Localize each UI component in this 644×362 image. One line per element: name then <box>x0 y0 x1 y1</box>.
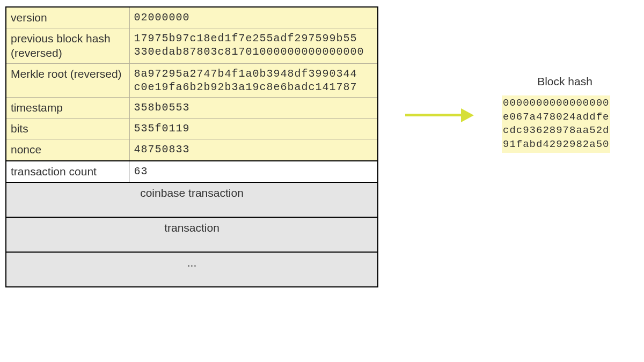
row-merkle-root: Merkle root (reversed) 8a97295a2747b4f1a… <box>6 63 378 97</box>
block-hash-title: Block hash <box>502 75 628 88</box>
label-prev-hash: previous block hash (reversed) <box>6 28 129 64</box>
transaction-ellipsis-label: ... <box>6 252 378 287</box>
row-nonce: nonce 48750833 <box>6 139 378 161</box>
value-version: 02000000 <box>129 7 378 28</box>
label-bits: bits <box>6 119 129 139</box>
row-tx-count: transaction count 63 <box>6 161 378 182</box>
coinbase-transaction-label: coinbase transaction <box>6 182 378 217</box>
label-version: version <box>6 7 129 28</box>
value-prev-hash: 17975b97c18ed1f7e255adf297599b55 330edab… <box>129 28 378 64</box>
value-timestamp: 358b0553 <box>129 97 378 118</box>
row-version: version 02000000 <box>6 7 378 28</box>
block-structure-table: version 02000000 previous block hash (re… <box>5 6 378 287</box>
row-timestamp: timestamp 358b0553 <box>6 97 378 118</box>
arrow-icon <box>405 107 475 123</box>
row-prev-hash: previous block hash (reversed) 17975b97c… <box>6 28 378 64</box>
row-transaction-ellipsis: ... <box>6 252 378 287</box>
value-tx-count: 63 <box>129 161 378 182</box>
value-bits: 535f0119 <box>129 119 378 139</box>
block-hash-value: 0000000000000000 e067a478024addfe cdc936… <box>502 95 610 153</box>
label-merkle-root: Merkle root (reversed) <box>6 63 129 97</box>
row-bits: bits 535f0119 <box>6 119 378 139</box>
transaction-label: transaction <box>6 217 378 252</box>
value-merkle-root: 8a97295a2747b4f1a0b3948df3990344 c0e19fa… <box>129 63 378 97</box>
label-timestamp: timestamp <box>6 97 129 118</box>
label-nonce: nonce <box>6 139 129 161</box>
value-nonce: 48750833 <box>129 139 378 161</box>
row-transaction: transaction <box>6 217 378 252</box>
label-tx-count: transaction count <box>6 161 129 182</box>
block-hash-panel: Block hash 0000000000000000 e067a478024a… <box>502 75 628 153</box>
row-coinbase-transaction: coinbase transaction <box>6 182 378 217</box>
